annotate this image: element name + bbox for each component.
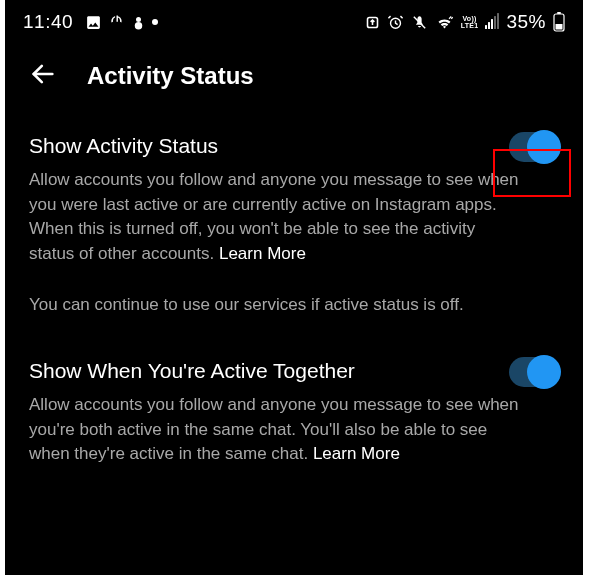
mute-icon xyxy=(411,14,428,31)
snowman-icon xyxy=(131,14,146,31)
battery-icon xyxy=(553,12,565,32)
setting-activity-title: Show Activity Status xyxy=(29,132,218,159)
page-header: Activity Status xyxy=(5,40,583,102)
page-title: Activity Status xyxy=(87,62,254,90)
svg-point-0 xyxy=(136,16,141,21)
svg-rect-6 xyxy=(557,12,561,14)
setting-active-together: Show When You're Active Together Allow a… xyxy=(29,357,559,467)
status-time: 11:40 xyxy=(23,11,73,33)
activity-learn-more-link[interactable]: Learn More xyxy=(219,244,306,263)
activity-status-toggle[interactable] xyxy=(509,132,559,162)
svg-rect-7 xyxy=(556,24,563,30)
more-dot-icon xyxy=(152,19,158,25)
setting-activity-status: Show Activity Status Allow accounts you … xyxy=(29,132,559,317)
back-arrow-icon[interactable] xyxy=(29,60,57,92)
alarm-icon xyxy=(387,14,404,31)
svg-point-1 xyxy=(135,21,143,29)
setting-together-title: Show When You're Active Together xyxy=(29,357,355,384)
active-together-toggle[interactable] xyxy=(509,357,559,387)
signal-icon xyxy=(485,15,499,29)
setting-activity-note: You can continue to use our services if … xyxy=(29,293,519,318)
update-icon xyxy=(365,15,380,30)
battery-percent: 35% xyxy=(506,11,546,33)
wifi-icon xyxy=(435,15,454,30)
setting-activity-desc: Allow accounts you follow and anyone you… xyxy=(29,168,519,267)
image-icon xyxy=(85,14,102,31)
carrier-icon xyxy=(108,14,125,31)
volte-label: Vo))LTE1 xyxy=(461,15,479,29)
together-learn-more-link[interactable]: Learn More xyxy=(313,444,400,463)
status-bar: 11:40 V xyxy=(5,0,583,40)
setting-together-desc: Allow accounts you follow and anyone you… xyxy=(29,393,519,467)
